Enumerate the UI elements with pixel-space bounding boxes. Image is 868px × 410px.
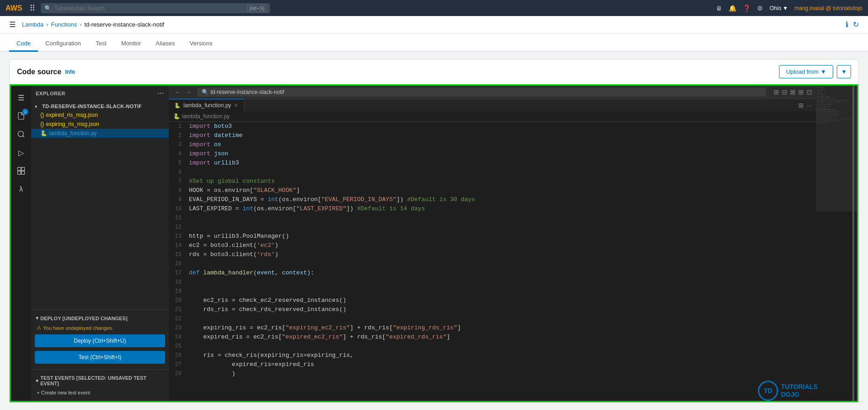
editor-tabs: 🐍 lambda_function.py ✕ ⊞ ··· [169, 99, 816, 111]
search-icon-small: 🔍 [202, 89, 209, 95]
upload-from-button[interactable]: Upload from ▼ [779, 65, 833, 78]
code-line: 14ec2 = boto3.client('ec2') [169, 241, 816, 250]
minimap-panel: import boto3 import datetime import os i… [816, 86, 857, 401]
svg-line-1 [22, 136, 24, 137]
search-input[interactable] [54, 5, 244, 11]
grid-view-icon[interactable]: ⊞ [798, 88, 804, 96]
svg-point-0 [18, 131, 23, 137]
split-editor-icon[interactable]: ⊞ [774, 88, 779, 96]
create-test-label: + Create new test event [37, 390, 90, 395]
ide-extensions-icon[interactable] [13, 163, 29, 179]
td-text-logo: TUTORIALSDOJO [781, 383, 818, 399]
editor-tab-lambda[interactable]: 🐍 lambda_function.py ✕ [169, 99, 244, 111]
nav-forward-button[interactable]: → [183, 87, 194, 97]
upload-split-arrow-button[interactable]: ▼ [837, 65, 851, 78]
test-events-header[interactable]: ▾ TEST EVENTS [SELECTED: UNSAVED TEST EV… [35, 373, 165, 388]
tab-code[interactable]: Code [9, 36, 38, 52]
explorer-menu-icon[interactable]: ··· [157, 89, 164, 98]
code-source-title: Code source Info [17, 68, 75, 76]
region-label: Ohio [769, 5, 781, 11]
line-content: #Set up global constants [187, 177, 816, 186]
top-bar-right: 🖥 🔔 ❓ ⚙ Ohio ▼ mang.inasal @ tutorialsdo… [716, 5, 862, 12]
search-bar[interactable]: 🔍 [Alt+S] [41, 3, 270, 13]
more-icon[interactable]: ⊡ [807, 88, 812, 96]
code-line: 19 [169, 287, 816, 296]
code-line: 22 [169, 314, 816, 323]
editor-file-title-bar: 🐍 lambda_function.py [169, 111, 816, 122]
tree-file-expired-json[interactable]: {} expired_ris_msg.json [31, 110, 169, 120]
line-number: 5 [169, 159, 187, 168]
ide-run-icon[interactable]: ▷ [13, 144, 29, 161]
tab-label: lambda_function.py [183, 102, 231, 109]
code-line: 18 [169, 278, 816, 287]
hamburger-icon[interactable]: ☰ [9, 20, 16, 29]
svg-rect-5 [22, 171, 25, 175]
aws-logo: AWS [6, 4, 22, 12]
tree-project-root[interactable]: ▾ TD-RESERVE-INSTANCE-SLACK-NOTIF [31, 102, 169, 110]
tab-configuration[interactable]: Configuration [38, 36, 88, 52]
ide-search-icon[interactable] [13, 126, 29, 142]
monitor-icon[interactable]: 🖥 [716, 5, 722, 12]
refresh-icon[interactable]: ↻ [853, 20, 859, 29]
bell-icon[interactable]: 🔔 [729, 5, 736, 12]
region-selector[interactable]: Ohio ▼ [769, 5, 788, 11]
info-circle-icon[interactable]: ℹ [846, 20, 848, 29]
code-line: 15rds = boto3.client('rds') [169, 250, 816, 259]
split-horizontal-icon[interactable]: ⊟ [782, 88, 787, 96]
minimap-scrollbar[interactable] [852, 86, 854, 401]
more-tab-icon[interactable]: ··· [807, 102, 812, 109]
code-line: 1import boto3 [169, 122, 816, 131]
ide-lambda-icon[interactable]: λ [13, 181, 29, 197]
code-line: 26 ris = check_ris(expiring_ris=expiring… [169, 351, 816, 360]
line-number: 27 [169, 360, 187, 369]
upload-arrow-icon: ▼ [820, 68, 826, 75]
code-line: 27 expired_ris=expired_ris [169, 360, 816, 369]
tab-aliases[interactable]: Aliases [149, 36, 182, 52]
code-line: 13http = urllib3.PoolManager() [169, 232, 816, 241]
create-test-event[interactable]: + Create new test event [35, 388, 165, 397]
breadcrumb-functions[interactable]: Functions [51, 21, 77, 28]
info-link[interactable]: Info [65, 69, 75, 75]
explorer-label: EXPLORER [36, 91, 66, 96]
nav-back-button[interactable]: ← [172, 87, 182, 97]
line-number: 28 [169, 369, 187, 378]
tutorials-dojo-logo: TD TUTORIALSDOJO [758, 381, 818, 401]
code-line: 5import urllib3 [169, 159, 816, 168]
line-number: 19 [169, 287, 187, 296]
tree-file-expiring-json[interactable]: {} expiring_ris_msg.json [31, 120, 169, 129]
py-tab-icon: 🐍 [174, 103, 181, 109]
tab-test[interactable]: Test [88, 36, 114, 52]
expiring-json-label: expiring_ris_msg.json [46, 121, 99, 127]
deploy-button[interactable]: Deploy (Ctrl+Shift+U) [35, 334, 165, 347]
tab-monitor[interactable]: Monitor [114, 36, 148, 52]
ide-files-icon[interactable]: 1 [13, 108, 29, 124]
line-content: http = urllib3.PoolManager() [187, 232, 816, 241]
grid-icon[interactable]: ⠿ [29, 3, 35, 13]
gear-icon[interactable]: ⚙ [757, 5, 763, 12]
question-icon[interactable]: ❓ [743, 5, 751, 12]
code-line: 21 rds_ris = check_rds_reserved_instance… [169, 305, 816, 314]
line-number: 20 [169, 296, 187, 305]
py-file-title-icon: 🐍 [173, 113, 180, 120]
chevron-down-icon: ▾ [35, 104, 40, 109]
warning-icon: ⚠ [37, 325, 41, 331]
code-line: 7#Set up global constants [169, 177, 816, 186]
tab-close-button[interactable]: ✕ [234, 102, 238, 109]
line-number: 24 [169, 333, 187, 342]
deploy-header[interactable]: ▾ DEPLOY [UNDEPLOYED CHANGES] [35, 313, 165, 323]
svg-rect-2 [18, 168, 21, 171]
tree-file-lambda-py[interactable]: 🐍 lambda_function.py [31, 129, 169, 138]
ide-menu-icon[interactable]: ☰ [13, 89, 29, 106]
line-number: 17 [169, 268, 187, 278]
split-vertical-icon[interactable]: ⊠ [790, 88, 796, 96]
json-file-icon: {} [40, 112, 44, 118]
line-content: ec2 = boto3.client('ec2') [187, 241, 816, 250]
breadcrumb-lambda[interactable]: Lambda [22, 21, 44, 28]
warning-text-label: You have undeployed changes. [43, 325, 113, 331]
split-editor-tab-icon[interactable]: ⊞ [798, 102, 804, 109]
line-content [187, 342, 816, 351]
code-content[interactable]: 1import boto32import datetime3import os4… [169, 122, 816, 401]
explorer-header: EXPLORER ··· [31, 86, 169, 101]
tab-versions[interactable]: Versions [182, 36, 220, 52]
test-button[interactable]: Test (Ctrl+Shift+I) [35, 351, 165, 364]
